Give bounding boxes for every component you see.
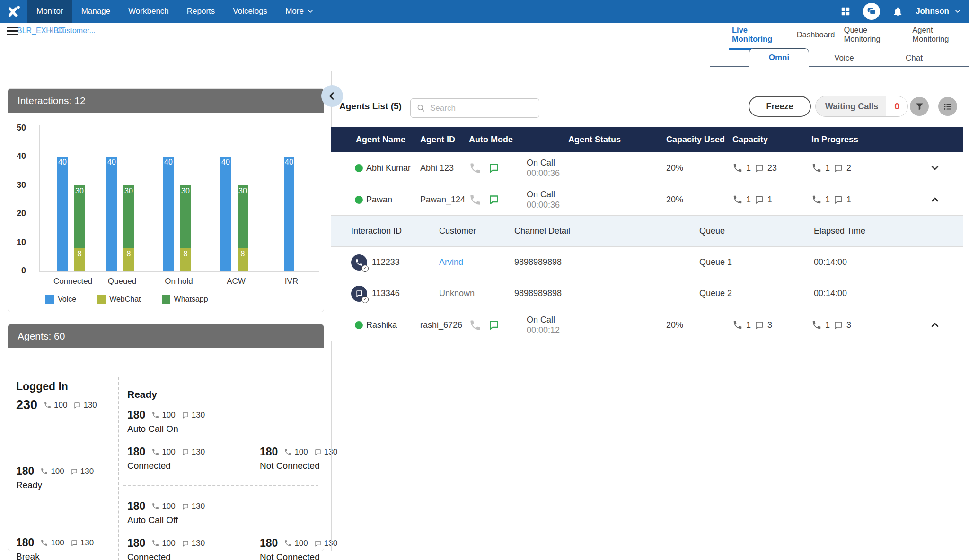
- chat-launcher-icon[interactable]: [863, 3, 880, 20]
- y-axis-line: [39, 125, 40, 271]
- nav-item-more[interactable]: More: [276, 0, 323, 23]
- bar-value-label: 40: [163, 158, 174, 166]
- nav-item-monitor[interactable]: Monitor: [27, 0, 72, 23]
- phone-icon: [811, 320, 822, 330]
- voice-count: 1: [746, 320, 751, 330]
- x-axis-label: On hold: [150, 277, 207, 286]
- whatsapp-bar: 30: [123, 185, 134, 248]
- auto-mode-chat-icon[interactable]: [488, 162, 500, 174]
- channel-detail-cell: 9898989898: [514, 257, 699, 267]
- webchat-bar: 8: [123, 248, 134, 271]
- y-axis-tick: 0: [8, 266, 26, 276]
- customer-cell: Arvind: [439, 257, 514, 267]
- voice-count: 100: [151, 539, 175, 548]
- voice-bar: 40: [57, 157, 68, 271]
- voice-chat-counts: 11: [811, 194, 851, 205]
- agent-row-abhi-kumar[interactable]: Abhi KumarAbhi 123On Call00:00:3620%1231…: [331, 152, 963, 184]
- auto-mode-phone-icon[interactable]: [469, 162, 482, 175]
- agent-row-pawan[interactable]: PawanPawan_124On Call00:00:3620%1111: [331, 184, 963, 216]
- stat-auto-on-connected: 180100130Connected: [127, 446, 205, 471]
- monitor-tab-live-monitoring[interactable]: Live Monitoring: [732, 26, 788, 45]
- notifications-bell-icon[interactable]: [892, 6, 903, 17]
- stat-label: Auto Call On: [127, 424, 205, 434]
- auto-mode-chat-icon[interactable]: [488, 194, 500, 205]
- nav-item-workbench[interactable]: Workbench: [119, 0, 178, 23]
- live-monitoring-screen: MonitorManageWorkbenchReportsVoicelogsMo…: [0, 0, 969, 560]
- logged-in-title: Logged In: [16, 380, 68, 393]
- in-progress-cell: 12: [804, 163, 923, 173]
- freeze-button[interactable]: Freeze: [749, 96, 811, 117]
- apps-grid-icon[interactable]: [840, 6, 851, 17]
- agents-summary-content: Logged In Ready 230100130180100130Ready1…: [8, 348, 324, 551]
- tab-voice[interactable]: Voice: [809, 50, 879, 67]
- bar-value-label: 30: [74, 187, 85, 195]
- x-axis-label: ACW: [208, 277, 264, 286]
- y-axis-tick: 30: [8, 180, 26, 190]
- voice-chat-counts: 123: [732, 163, 777, 173]
- auto-mode-phone-icon[interactable]: [469, 193, 482, 206]
- top-navbar: MonitorManageWorkbenchReportsVoicelogsMo…: [0, 0, 969, 23]
- monitor-tab-agent-monitoring[interactable]: Agent Monitoring: [912, 26, 969, 45]
- agent-row-rashika[interactable]: Rashikarashi_6726On Call00:00:1220%1313: [331, 309, 963, 341]
- voice-count: 1: [746, 195, 751, 205]
- chat-count: 130: [182, 411, 205, 420]
- stat-line: 180100130: [127, 446, 205, 458]
- column-header-agent-id: Agent ID: [416, 135, 466, 145]
- nav-item-voicelogs[interactable]: Voicelogs: [224, 0, 276, 23]
- agent-status: On Call: [527, 189, 555, 200]
- user-menu[interactable]: Johnson: [916, 7, 961, 16]
- tab-omni[interactable]: Omni: [749, 48, 809, 67]
- nav-item-reports[interactable]: Reports: [178, 0, 224, 23]
- expand-cell: [923, 319, 963, 331]
- collapse-panel-button[interactable]: [321, 85, 343, 107]
- interaction-row: ↙113346Unknown9898989898Queue 200:14:00: [331, 278, 963, 309]
- interactions-chart: 0102030405040830Connected40830Queued4083…: [8, 89, 325, 313]
- auto-mode-cell: [466, 193, 523, 206]
- legend-label: WebChat: [109, 295, 141, 304]
- customer-name: Unknown: [439, 289, 475, 298]
- voice-chat-counts: 11: [732, 194, 772, 205]
- voice-count: 100: [151, 502, 175, 511]
- collapse-row-chevron-up-icon[interactable]: [929, 319, 941, 331]
- agent-name: Pawan: [366, 195, 392, 205]
- monitor-tab-dashboard[interactable]: Dashboard: [797, 30, 835, 41]
- list-view-button[interactable]: [938, 97, 957, 116]
- waiting-calls-count: 0: [886, 96, 907, 116]
- phone-icon: [732, 163, 743, 173]
- vertical-dashed-divider: [118, 377, 119, 560]
- chat-count: 1: [767, 195, 772, 205]
- brand-logo-icon[interactable]: [0, 0, 27, 23]
- monitor-tab-queue-monitoring[interactable]: Queue Monitoring: [844, 26, 904, 45]
- stat-label: Ready: [16, 480, 94, 490]
- bar-value-label: 40: [284, 158, 294, 166]
- nav-item-manage[interactable]: Manage: [72, 0, 119, 23]
- chat-count: 130: [182, 502, 205, 511]
- breadcrumb-current-link[interactable]: Customer...: [57, 26, 96, 35]
- expand-row-chevron-down-icon[interactable]: [929, 162, 941, 174]
- chevron-down-icon: [954, 8, 961, 15]
- stat-ready: 180100130Ready: [16, 465, 94, 490]
- capacity-cell: 11: [729, 194, 804, 205]
- voice-count: 100: [284, 539, 308, 548]
- waiting-calls-pill[interactable]: Waiting Calls 0: [815, 96, 908, 117]
- expand-cell: [923, 162, 963, 174]
- channel-tabs: OmniVoiceChat: [749, 48, 949, 67]
- stat-label: Not Connected: [260, 461, 337, 471]
- chat-count: 2: [846, 163, 851, 173]
- filter-funnel-button[interactable]: [910, 97, 929, 116]
- channel-detail-cell: 9898989898: [514, 289, 699, 298]
- hamburger-menu-icon[interactable]: [7, 27, 18, 35]
- interaction-id: 113346: [372, 289, 400, 298]
- collapse-row-chevron-up-icon[interactable]: [929, 194, 941, 205]
- stat-break: 180100130Break: [16, 536, 94, 560]
- auto-mode-phone-icon[interactable]: [469, 319, 482, 332]
- customer-link[interactable]: Arvind: [439, 257, 463, 267]
- sub-column-header-channel-detail: Channel Detail: [514, 226, 699, 236]
- tab-chat[interactable]: Chat: [879, 50, 949, 67]
- auto-mode-chat-icon[interactable]: [488, 319, 500, 331]
- search-input[interactable]: [429, 103, 524, 114]
- stat-line: 180100130: [260, 537, 337, 550]
- legend-item-webchat: WebChat: [97, 295, 141, 304]
- y-axis-tick: 40: [8, 151, 26, 161]
- agent-name-cell: Rashika: [331, 320, 416, 330]
